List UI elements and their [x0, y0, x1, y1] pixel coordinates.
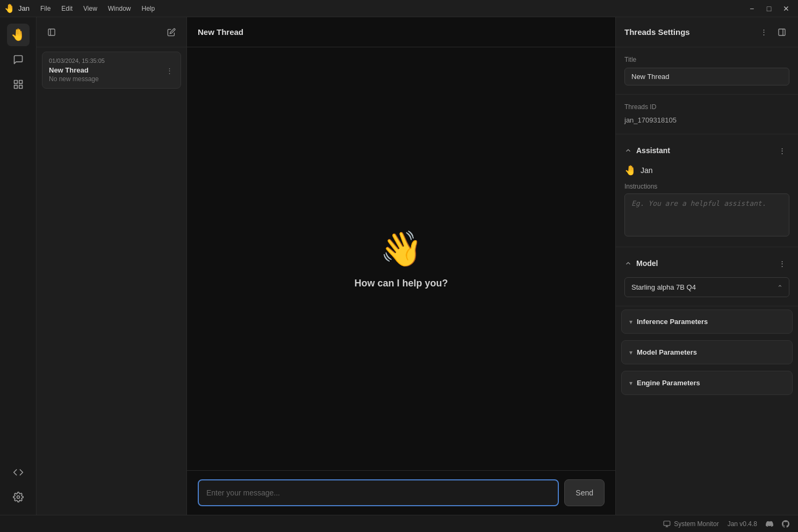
assistant-section-header: Assistant ⋮ — [624, 143, 789, 158]
inference-parameters-section: ▾ Inference Parameters — [621, 310, 793, 334]
model-select[interactable]: Starling alpha 7B Q4 Llama 2 7B Mistral … — [624, 277, 789, 297]
model-section: Model ⋮ Starling alpha 7B Q4 Llama 2 7B … — [616, 247, 798, 306]
thread-item[interactable]: 01/03/2024, 15:35:05 New Thread No new m… — [42, 52, 181, 89]
chat-area: New Thread 👋 How can I help you? Send — [187, 17, 615, 515]
instructions-label: Instructions — [624, 183, 789, 190]
statusbar: System Monitor Jan v0.4.8 — [0, 515, 798, 532]
settings-title-section: Title — [616, 47, 798, 95]
version-label: Jan v0.4.8 — [728, 520, 757, 528]
engine-parameters-section: ▾ Engine Parameters — [621, 371, 793, 395]
engine-parameters-title: Engine Parameters — [637, 379, 700, 387]
close-button[interactable]: ✕ — [779, 3, 794, 14]
model-more-button[interactable]: ⋮ — [774, 256, 789, 271]
svg-rect-0 — [14, 81, 17, 84]
sidebar-icon-wave[interactable]: 🤚 — [7, 24, 30, 46]
sidebar-icon-code[interactable] — [7, 461, 30, 484]
github-button[interactable] — [782, 520, 789, 528]
chevron-up-model-icon — [624, 260, 632, 267]
thread-preview: No new message — [49, 75, 174, 83]
titlebar: 🤚 Jan File Edit View Window Help − □ ✕ — [0, 0, 798, 17]
instructions-textarea[interactable] — [624, 193, 789, 236]
threads-header-left — [44, 25, 59, 40]
discord-icon — [766, 520, 773, 528]
assistant-section-title: Assistant — [624, 146, 670, 155]
svg-rect-1 — [19, 81, 22, 84]
collapse-threads-button[interactable] — [44, 25, 59, 40]
sidebar-icon-settings[interactable] — [7, 486, 30, 508]
threads-id-value: jan_1709318105 — [624, 115, 789, 125]
menu-file[interactable]: File — [36, 4, 55, 13]
sidebar-icon-chat[interactable] — [7, 48, 30, 71]
new-thread-button[interactable] — [164, 25, 179, 40]
system-monitor-button[interactable]: System Monitor — [663, 520, 718, 528]
assistant-emoji: 🤚 — [624, 164, 636, 176]
menu-bar: File Edit View Window Help — [36, 4, 744, 13]
threads-id-label: Threads ID — [624, 103, 789, 111]
menu-help[interactable]: Help — [137, 4, 159, 13]
thread-timestamp: 01/03/2024, 15:35:05 — [49, 57, 174, 64]
app-title: Jan — [18, 4, 30, 12]
menu-window[interactable]: Window — [104, 4, 135, 13]
assistant-row: 🤚 Jan — [624, 164, 789, 176]
inference-parameters-header[interactable]: ▾ Inference Parameters — [622, 310, 792, 333]
chat-header-title: New Thread — [198, 27, 243, 37]
send-button[interactable]: Send — [564, 479, 605, 506]
thread-menu-button[interactable]: ⋮ — [164, 64, 175, 76]
assistant-name: Jan — [641, 166, 653, 175]
sidebar-icon-grid[interactable] — [7, 73, 30, 96]
monitor-icon — [663, 520, 671, 528]
minimize-button[interactable]: − — [744, 3, 759, 14]
settings-header: Threads Settings ⋮ — [616, 17, 798, 47]
icon-sidebar: 🤚 — [0, 17, 37, 515]
inference-chevron-icon: ▾ — [629, 318, 632, 326]
engine-parameters-header[interactable]: ▾ Engine Parameters — [622, 371, 792, 394]
menu-edit[interactable]: Edit — [57, 4, 77, 13]
settings-collapse-button[interactable] — [774, 25, 789, 40]
window-controls: − □ ✕ — [744, 3, 794, 14]
title-label: Title — [624, 56, 789, 63]
github-icon — [782, 520, 789, 528]
sidebar-top: 🤚 — [7, 24, 30, 461]
svg-rect-2 — [14, 85, 17, 89]
svg-point-4 — [17, 496, 19, 499]
model-select-wrapper: Starling alpha 7B Q4 Llama 2 7B Mistral … — [624, 277, 789, 297]
system-monitor-label: System Monitor — [674, 520, 718, 528]
welcome-emoji: 👋 — [380, 229, 423, 269]
svg-rect-3 — [19, 85, 22, 89]
model-section-header: Model ⋮ — [624, 256, 789, 271]
settings-title: Threads Settings — [624, 27, 690, 37]
main-layout: 🤚 — [0, 17, 798, 515]
settings-header-icons: ⋮ — [756, 25, 789, 40]
welcome-text: How can I help you? — [354, 278, 448, 289]
chevron-up-icon — [624, 147, 632, 154]
assistant-section: Assistant ⋮ 🤚 Jan Instructions — [616, 134, 798, 247]
model-section-title: Model — [624, 259, 658, 268]
settings-threads-id-section: Threads ID jan_1709318105 — [616, 95, 798, 134]
app-icon: 🤚 Jan — [4, 3, 30, 13]
threads-header — [37, 17, 186, 47]
chat-input[interactable] — [198, 479, 559, 506]
thread-title: New Thread — [49, 66, 174, 74]
model-parameters-header[interactable]: ▾ Model Parameters — [622, 341, 792, 364]
assistant-more-button[interactable]: ⋮ — [774, 143, 789, 158]
chat-header: New Thread — [187, 17, 615, 47]
app-emoji: 🤚 — [4, 3, 15, 13]
threads-panel: 01/03/2024, 15:35:05 New Thread No new m… — [37, 17, 187, 515]
inference-parameters-title: Inference Parameters — [637, 318, 708, 326]
svg-rect-7 — [779, 29, 785, 35]
maximize-button[interactable]: □ — [761, 3, 777, 14]
model-parameters-title: Model Parameters — [637, 348, 697, 356]
chat-body: 👋 How can I help you? — [187, 47, 615, 470]
settings-more-button[interactable]: ⋮ — [756, 25, 771, 40]
svg-rect-5 — [48, 29, 55, 35]
chat-input-area: Send — [187, 470, 615, 515]
title-input[interactable] — [624, 68, 789, 85]
model-parameters-section: ▾ Model Parameters — [621, 340, 793, 364]
svg-rect-9 — [664, 521, 670, 525]
discord-button[interactable] — [766, 520, 773, 528]
model-params-chevron-icon: ▾ — [629, 349, 632, 356]
settings-panel: Threads Settings ⋮ Title Threads ID jan_… — [615, 17, 798, 515]
sidebar-bottom — [7, 461, 30, 508]
menu-view[interactable]: View — [79, 4, 102, 13]
engine-chevron-icon: ▾ — [629, 379, 632, 387]
